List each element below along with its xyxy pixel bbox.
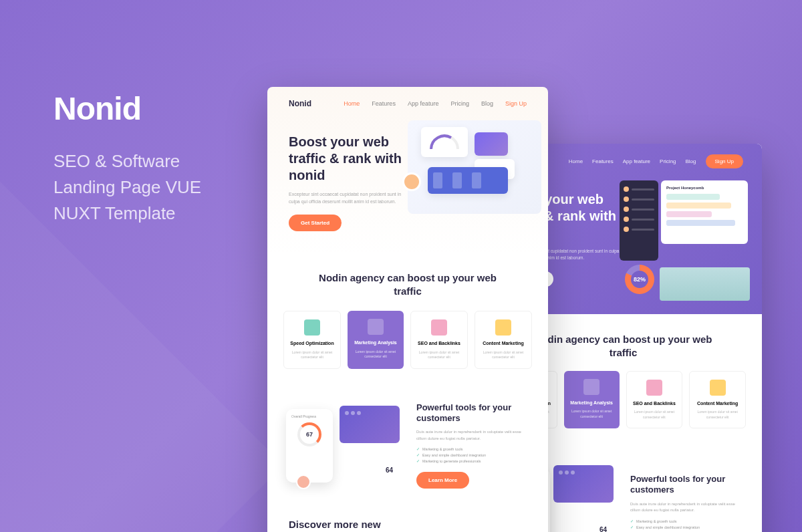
- check-item: Easy and simple dashboard integration: [416, 453, 529, 457]
- section-title: Nodin agency can boost up your web traff…: [267, 251, 548, 311]
- hero-cta-button[interactable]: Get Started: [289, 215, 342, 231]
- nav-blog[interactable]: Blog: [686, 158, 696, 164]
- tools-desc: Duis aute irure dolor in reprehenderit i…: [630, 501, 743, 514]
- seo-icon: [431, 319, 447, 336]
- nav-app[interactable]: App feature: [623, 158, 650, 164]
- bar-icon: [433, 172, 442, 188]
- stat-row: 64: [386, 467, 393, 474]
- bar-icon: [472, 172, 481, 188]
- card-desc: Lorem ipsum dolor sit amet consectetur e…: [289, 350, 335, 360]
- line-icon: [632, 219, 654, 221]
- tools-illustration: Overall Progress 67 64: [286, 406, 403, 486]
- card-desc: Lorem ipsum dolor sit amet consectetur e…: [569, 409, 614, 419]
- line-icon: [632, 198, 654, 201]
- wave-chart: [660, 267, 750, 301]
- card-title: Speed Optimization: [289, 341, 335, 346]
- avatar-icon: [402, 172, 421, 191]
- tools-text: Powerful tools for your customers Duis a…: [630, 474, 743, 532]
- tools-title: Powerful tools for your customers: [630, 474, 743, 496]
- stat-value: 64: [599, 526, 607, 532]
- progress-ring: 67: [297, 422, 321, 446]
- donut-percent: 82%: [634, 276, 646, 283]
- nav-pricing[interactable]: Pricing: [450, 100, 469, 107]
- stat-row: 64: [599, 526, 607, 532]
- card-marketing[interactable]: Marketing AnalysisLorem ipsum dolor sit …: [564, 371, 620, 428]
- nav-signup[interactable]: Sign Up: [505, 100, 527, 107]
- promo-line-3: NUXT Template: [53, 201, 201, 227]
- avatar-icon: [624, 196, 629, 202]
- promo-block: Nonid SEO & Software Landing Page VUE NU…: [53, 90, 201, 227]
- card-seo[interactable]: SEO and BacklinksLorem ipsum dolor sit a…: [626, 371, 683, 428]
- dot-icon: [571, 471, 575, 475]
- card-speed[interactable]: Speed OptimizationLorem ipsum dolor sit …: [283, 311, 341, 368]
- speed-icon: [304, 319, 320, 336]
- dot-icon: [559, 471, 563, 475]
- nav-home[interactable]: Home: [569, 158, 583, 164]
- sidebar-row: [624, 226, 654, 233]
- card-title: SEO and Backlinks: [416, 341, 462, 346]
- nav-signup-button[interactable]: Sign Up: [706, 154, 743, 168]
- nav-home[interactable]: Home: [344, 100, 360, 107]
- check-item: Marketing to generate professionals: [416, 459, 529, 463]
- card-title: SEO and Backlinks: [632, 401, 677, 406]
- card-seo[interactable]: SEO and BacklinksLorem ipsum dolor sit a…: [410, 311, 468, 368]
- credit-card-graphic: [553, 465, 614, 503]
- nav-bar: Nonid Home Features App feature Pricing …: [267, 87, 548, 120]
- card-desc: Lorem ipsum dolor sit amet consectetur e…: [632, 410, 677, 420]
- analysis-icon: [368, 319, 384, 335]
- phone-mockup: Overall Progress 67: [286, 409, 333, 483]
- phone-heading: Overall Progress: [291, 414, 327, 418]
- hero-title: Boost your web traffic & rank with nonid: [289, 134, 416, 184]
- sidebar-row: [624, 206, 654, 213]
- nav-blog[interactable]: Blog: [481, 100, 493, 107]
- analysis-icon: [583, 379, 599, 395]
- donut-chart: 82%: [625, 265, 654, 294]
- card-content[interactable]: Content MarketingLorem ipsum dolor sit a…: [689, 371, 746, 428]
- small-purple-card: [475, 132, 508, 156]
- hero-section: Boost your web traffic & rank with nonid…: [267, 120, 548, 251]
- nav-logo[interactable]: Nonid: [289, 99, 311, 108]
- card-title: Marketing Analysis: [353, 340, 398, 346]
- task-bar: [666, 220, 735, 226]
- background-shape: [0, 182, 283, 532]
- nav-app[interactable]: App feature: [408, 100, 439, 107]
- dashboard-mockup: Project Honeycomb 82%: [620, 180, 750, 281]
- line-icon: [632, 209, 654, 211]
- dot-icon: [357, 411, 361, 415]
- discover-title: Discover more new: [267, 502, 548, 530]
- nav-features[interactable]: Features: [372, 100, 396, 107]
- card-desc: Lorem ipsum dolor sit amet consectetur e…: [695, 410, 740, 420]
- task-bar: [666, 194, 720, 200]
- small-avatar-icon: [296, 475, 311, 489]
- line-icon: [632, 188, 654, 190]
- dot-icon: [351, 411, 355, 415]
- nav-pricing[interactable]: Pricing: [660, 158, 676, 164]
- check-item: Marketing & growth tools: [416, 447, 529, 451]
- tools-desc: Duis aute irure dolor in reprehenderit i…: [416, 429, 529, 442]
- panel-title: Project Honeycomb: [666, 186, 743, 190]
- promo-logo: Nonid: [53, 90, 201, 127]
- tools-text: Powerful tools for your customers Duis a…: [416, 402, 529, 489]
- task-bar: [666, 211, 712, 217]
- learn-more-button[interactable]: Learn More: [416, 472, 469, 489]
- avatar-icon: [624, 207, 629, 212]
- nav-features[interactable]: Features: [592, 158, 614, 164]
- card-dots: [559, 471, 608, 475]
- sidebar-row: [624, 186, 654, 192]
- sidebar-row: [624, 196, 654, 203]
- card-marketing[interactable]: Marketing AnalysisLorem ipsum dolor sit …: [348, 311, 404, 368]
- card-desc: Lorem ipsum dolor sit amet consectetur e…: [416, 350, 462, 360]
- feature-cards: Speed OptimizationLorem ipsum dolor sit …: [267, 311, 548, 388]
- card-desc: Lorem ipsum dolor sit amet consectetur e…: [353, 350, 398, 360]
- card-desc: Lorem ipsum dolor sit amet consectetur e…: [481, 350, 526, 360]
- card-content[interactable]: Content MarketingLorem ipsum dolor sit a…: [475, 311, 532, 368]
- gauge-card: [421, 127, 468, 157]
- avatar-icon: [624, 227, 629, 232]
- blue-strip-card: [428, 167, 508, 194]
- credit-card-graphic: [340, 406, 400, 443]
- bar-icon: [452, 172, 462, 188]
- stat-value: 64: [386, 467, 393, 474]
- card-title: Content Marketing: [695, 401, 740, 406]
- seo-icon: [646, 380, 662, 396]
- task-bar: [666, 203, 731, 209]
